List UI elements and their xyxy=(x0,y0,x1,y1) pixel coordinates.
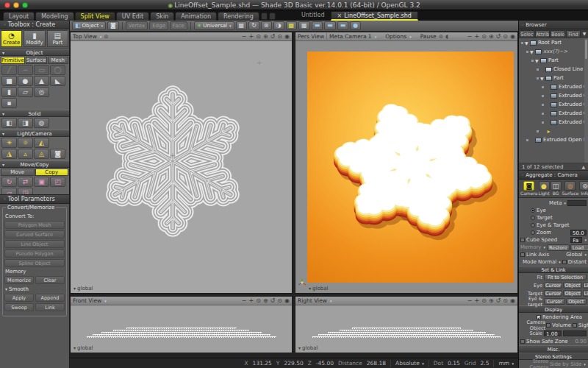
section-move-copy[interactable]: ▾Move/Copy xyxy=(0,160,69,168)
toolbox-mode-create[interactable]: ◔Create xyxy=(1,30,22,47)
mirror-tool-button[interactable]: ◑ xyxy=(273,21,284,30)
pan-icon[interactable]: ⊕ xyxy=(489,33,494,40)
camera-tool-button[interactable]: ◙ xyxy=(107,21,119,30)
radio-eye[interactable] xyxy=(531,208,535,213)
expander-icon[interactable]: ▼ xyxy=(540,76,545,81)
tree-item-xxx[interactable]: ▼xxx(?)~> xyxy=(519,47,588,56)
area-light-icon[interactable]: ◮ xyxy=(1,149,17,159)
tree-item-closed-line[interactable]: Closed Line xyxy=(519,65,588,74)
tree-item-cursor[interactable]: ▸ xyxy=(519,127,588,135)
camera-view-icon[interactable]: ◉ xyxy=(284,297,290,304)
texture-view-button[interactable]: ▬ xyxy=(324,21,336,30)
toolbox-mode-modify[interactable]: ▮Modify xyxy=(24,30,45,47)
object-tab-mesh[interactable]: Mesh xyxy=(48,57,69,64)
magnify-icon[interactable]: ⊙ xyxy=(256,33,261,40)
aggregate-tab-light[interactable]: ●Light xyxy=(539,180,550,197)
document-tab-untitled[interactable]: Untitled xyxy=(295,11,331,21)
rotate-icon[interactable]: ↺ xyxy=(270,33,276,40)
browser-tab-boolean[interactable]: Boolean xyxy=(551,30,565,38)
mirror-copy-icon[interactable]: ⇄ xyxy=(18,177,33,187)
top-viewport[interactable]: Top View▾ ⊚ −+⊙⊕↺⊙◉ + + ▾global xyxy=(70,32,293,294)
wedge-primitive-icon[interactable]: ◣ xyxy=(50,76,65,86)
eye-object-button[interactable]: Object xyxy=(563,282,581,289)
magnify-icon[interactable]: ⊙ xyxy=(256,297,261,304)
manipulator-button[interactable]: ⊛ xyxy=(261,21,272,30)
eye-link-button[interactable]: Link xyxy=(583,282,588,289)
radio-eye-target[interactable] xyxy=(531,223,535,227)
camera-view-icon[interactable]: ◉ xyxy=(510,297,515,304)
convert-to-line-object-button[interactable]: Line Object xyxy=(4,240,65,248)
zoom-box-icon[interactable]: ⊙ xyxy=(503,297,508,304)
zoom-out-icon[interactable]: − xyxy=(242,297,247,304)
movecopy-tab-move[interactable]: Move xyxy=(1,169,35,176)
cylinder-primitive-icon[interactable]: ▮ xyxy=(1,87,17,97)
link-axis-checkbox[interactable] xyxy=(520,252,525,257)
box-primitive-icon[interactable]: ■ xyxy=(1,76,17,86)
zoom-in-icon[interactable]: + xyxy=(249,297,254,304)
tree-item-extruded-open-line[interactable]: Extruded Open Line xyxy=(519,135,588,144)
render-settings-icon[interactable]: ⊚ xyxy=(439,33,443,40)
camera-view-icon[interactable]: ◉ xyxy=(510,33,515,40)
convert-to-spline-object-button[interactable]: Spline Object xyxy=(4,259,65,267)
safe-zone-checkbox[interactable] xyxy=(520,339,525,344)
array-copy-icon[interactable]: ◰ xyxy=(50,177,65,187)
toolbox-mode-part[interactable]: ▤Part xyxy=(47,30,68,47)
link-axis-value[interactable]: Global xyxy=(566,252,582,258)
zoom-box-icon[interactable]: ⊙ xyxy=(277,297,282,304)
linear-light-icon[interactable]: ▵ xyxy=(18,149,33,159)
collapse-up-icon[interactable]: ▲ xyxy=(581,163,585,171)
camera-restore-button[interactable]: Restore xyxy=(547,244,570,251)
stereo-camera-dropdown[interactable]: Side by Side xyxy=(550,361,581,367)
minimize-window-icon[interactable] xyxy=(13,2,19,8)
eye-target-object-button[interactable]: Object xyxy=(566,298,587,305)
workspace-tab-skin[interactable]: Skin xyxy=(150,12,174,21)
zoom-out-icon[interactable]: − xyxy=(467,33,473,40)
front-viewport-title[interactable]: Front View xyxy=(73,297,101,304)
panel-collapse-icon[interactable]: ◦ xyxy=(521,22,524,28)
scale-copy-icon[interactable]: ◳ xyxy=(18,188,33,194)
solid-subtract-icon[interactable]: ◨ xyxy=(18,118,33,128)
wireframe-view-button[interactable]: ▦ xyxy=(298,21,310,30)
translate-copy-icon[interactable]: ▣ xyxy=(34,177,49,187)
visibility-dot-icon[interactable] xyxy=(542,86,544,88)
tree-item-extruded-closed[interactable]: Extruded Closed xyxy=(519,82,588,91)
panel-collapse-icon[interactable]: ◦ xyxy=(3,196,7,202)
camera-mode-dropdown[interactable]: Normal xyxy=(538,259,556,265)
pan-icon[interactable]: ⊕ xyxy=(263,297,268,304)
tree-item-part[interactable]: ▼Part xyxy=(519,56,588,65)
perspective-viewport[interactable]: Pers View Meta Camera 1▾ Options▾ Pause … xyxy=(295,32,518,294)
rotate-icon[interactable]: ↺ xyxy=(270,297,276,304)
ambient-light-icon[interactable]: ◬ xyxy=(34,149,49,159)
zoom-value-field[interactable]: 50.0 xyxy=(570,230,587,236)
camera-view-icon[interactable]: ◉ xyxy=(284,33,290,40)
point-light-icon[interactable]: ☀ xyxy=(1,138,17,148)
magnify-icon[interactable]: ⊙ xyxy=(481,33,487,40)
smooth-section[interactable]: ▾Smooth xyxy=(5,286,64,292)
right-viewport[interactable]: Right View▾ −+⊙⊕↺⊙◉ ▾global xyxy=(295,296,518,353)
rotate-copy-icon[interactable]: ↻ xyxy=(1,177,17,187)
right-axis-mode[interactable]: ▾global xyxy=(298,345,318,351)
convert-to-pseudo-polygon-button[interactable]: Pseudo Polygon xyxy=(4,250,65,258)
pan-icon[interactable]: ⊕ xyxy=(263,33,268,40)
scale-field-2[interactable] xyxy=(563,330,587,336)
rotate-view-button[interactable]: ↻ xyxy=(248,21,259,30)
visibility-dot-icon[interactable] xyxy=(537,130,539,132)
camera-create-icon[interactable]: ◙ xyxy=(50,149,65,159)
solid-union-icon[interactable]: ◧ xyxy=(1,118,17,128)
preview-sphere-button[interactable]: ● xyxy=(350,21,361,30)
volume-checkbox[interactable] xyxy=(546,323,551,328)
magnify-icon[interactable]: ⊙ xyxy=(481,297,487,304)
camera-load-button[interactable]: Load... xyxy=(570,244,588,251)
right-viewport-title[interactable]: Right View xyxy=(298,297,327,304)
expander-icon[interactable]: ▼ xyxy=(525,40,530,46)
camera-selector[interactable]: Meta Camera 1 xyxy=(329,33,372,40)
universal-manipulator-button[interactable]: ∗ Universal▾ xyxy=(194,21,234,30)
aggregate-tab-camera[interactable]: ◙Camera xyxy=(520,180,538,197)
sight-checkbox[interactable] xyxy=(573,323,577,328)
zoom-out-icon[interactable]: − xyxy=(242,33,247,40)
misc-header[interactable]: Misc. xyxy=(519,345,588,353)
section-light-camera[interactable]: ▾Light/Camera xyxy=(0,130,69,137)
slant-primitive-icon[interactable]: ▱ xyxy=(18,87,33,97)
visibility-dot-icon[interactable] xyxy=(537,77,539,79)
panel-collapse-icon[interactable]: ◦ xyxy=(521,172,524,178)
